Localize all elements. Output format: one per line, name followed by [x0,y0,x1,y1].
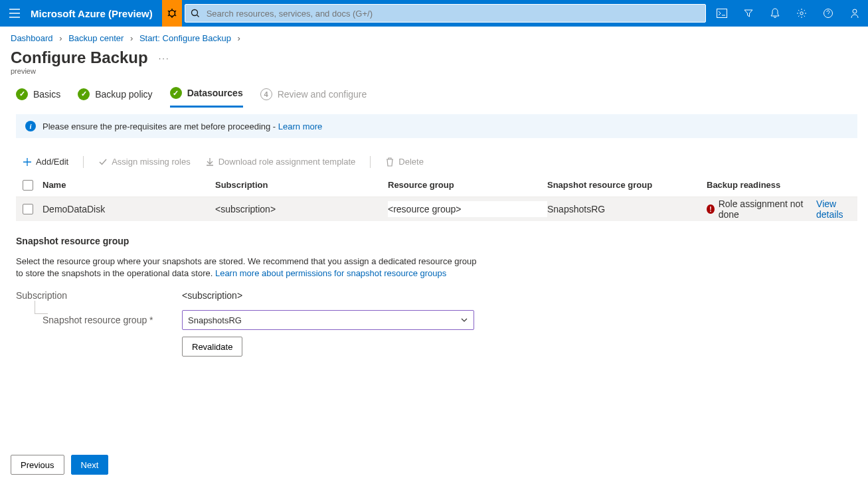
page-title: Configure Backup [11,48,148,67]
assign-roles-label: Assign missing roles [112,157,191,167]
cloud-shell-button[interactable] [709,0,735,27]
bug-icon [167,8,177,19]
page-header: Configure Backup ··· [0,46,868,67]
cell-readiness: ! Role assignment not done View details [707,199,857,220]
page-subtitle: preview [0,67,868,87]
datasource-table: Name Subscription Resource group Snapsho… [16,173,857,221]
svg-point-0 [169,11,175,17]
bell-icon [770,8,780,19]
col-snapshot-rg: Snapshot resource group [547,180,707,190]
snapshot-rg-row: Snapshot resource group * SnapshotsRG [16,310,857,330]
download-icon [205,157,215,167]
toolbar-separator [83,156,84,168]
svg-point-5 [853,9,857,13]
cloud-shell-icon [717,9,727,18]
wizard-footer: Previous Next [0,449,119,480]
feedback-button[interactable] [841,0,868,27]
banner-learn-more-link[interactable]: Learn more [278,121,322,131]
crumb-backup-center[interactable]: Backup center [68,33,124,43]
row-checkbox[interactable] [23,204,33,214]
revalidate-row: Revalidate [16,337,857,357]
crumb-configure-backup[interactable]: Start: Configure Backup [139,33,231,43]
hamburger-menu[interactable] [0,0,29,27]
wizard-steps: ✓ Basics ✓ Backup policy ✓ Datasources 4… [0,87,868,114]
trash-icon [385,157,394,167]
add-edit-label: Add/Edit [36,157,68,167]
settings-button[interactable] [788,0,815,27]
breadcrumb: Dashboard › Backup center › Start: Confi… [0,27,868,46]
tree-connector-icon [35,301,48,314]
error-icon: ! [707,204,715,214]
select-value: SnapshotsRG [188,315,242,325]
page-more-menu[interactable]: ··· [159,53,170,63]
readiness-text: Role assignment not done [719,199,808,220]
table-header-row: Name Subscription Resource group Snapsho… [16,173,857,197]
help-icon [823,8,833,19]
col-readiness: Backup readiness [707,180,857,190]
check-icon: ✓ [170,87,182,99]
hamburger-icon [9,9,20,18]
info-banner: i Please ensure the pre-requisites are m… [16,114,857,138]
help-button[interactable] [815,0,841,27]
download-template-label: Download role assignment template [218,157,356,167]
svg-rect-2 [717,9,727,18]
step-review: 4 Review and configure [260,88,367,107]
global-search[interactable] [185,4,706,23]
step-datasources[interactable]: ✓ Datasources [170,87,243,108]
delete-button: Delete [381,154,428,169]
step-label: Backup policy [95,89,152,100]
view-details-link[interactable]: View details [816,199,857,220]
azure-top-bar: Microsoft Azure (Preview) [0,0,868,27]
permissions-learn-more-link[interactable]: Learn more about permissions for snapsho… [215,268,446,278]
subscription-value: <subscription> [182,290,242,301]
crumb-dashboard[interactable]: Dashboard [11,33,53,43]
search-icon [191,9,200,18]
cell-snapshot-rg: SnapshotsRG [547,204,707,214]
cell-resource-group: <resource group> [388,201,547,217]
chevron-right-icon: › [59,33,62,43]
subscription-label: Subscription [16,290,182,301]
download-template-button: Download role assignment template [201,154,360,169]
svg-point-1 [191,10,197,16]
col-resource-group: Resource group [388,180,547,190]
notifications-button[interactable] [762,0,788,27]
step-label: Review and configure [278,89,367,100]
search-container [182,0,709,27]
search-input[interactable] [205,8,705,19]
banner-text: Please ensure the pre-requisites are met… [43,121,322,131]
next-button[interactable]: Next [71,455,109,475]
subscription-row: Subscription <subscription> [16,290,857,301]
previous-button[interactable]: Previous [11,455,64,475]
table-row[interactable]: DemoDataDisk <subscription> <resource gr… [16,197,857,221]
section-heading: Snapshot resource group [16,236,857,246]
select-all-checkbox[interactable] [23,180,33,191]
gear-icon [796,8,807,19]
step-backup-policy[interactable]: ✓ Backup policy [78,88,152,107]
preview-bug-icon[interactable] [162,0,182,27]
chevron-right-icon: › [238,33,240,43]
datasource-toolbar: Add/Edit Assign missing roles Download r… [0,150,868,173]
plus-icon [23,157,32,167]
check-icon: ✓ [78,88,90,100]
person-feedback-icon [849,8,860,19]
col-subscription: Subscription [215,180,388,190]
filter-icon [743,8,754,19]
assign-roles-button: Assign missing roles [94,154,195,169]
snapshot-rg-select[interactable]: SnapshotsRG [182,310,474,330]
revalidate-button[interactable]: Revalidate [182,337,242,357]
check-icon: ✓ [16,88,28,100]
cell-name: DemoDataDisk [43,204,215,214]
chevron-down-icon [460,316,468,324]
cell-subscription: <subscription> [215,204,388,214]
delete-label: Delete [398,157,424,167]
directory-filter-button[interactable] [735,0,762,27]
step-basics[interactable]: ✓ Basics [16,88,60,107]
step-label: Datasources [187,88,243,98]
snapshot-rg-section: Snapshot resource group Select the resou… [0,221,868,357]
check-icon [98,157,108,167]
add-edit-button[interactable]: Add/Edit [19,154,72,169]
info-icon: i [25,121,36,131]
brand-label: Microsoft Azure (Preview) [29,8,162,19]
banner-message: Please ensure the pre-requisites are met… [43,121,278,131]
step-number-icon: 4 [260,88,272,100]
